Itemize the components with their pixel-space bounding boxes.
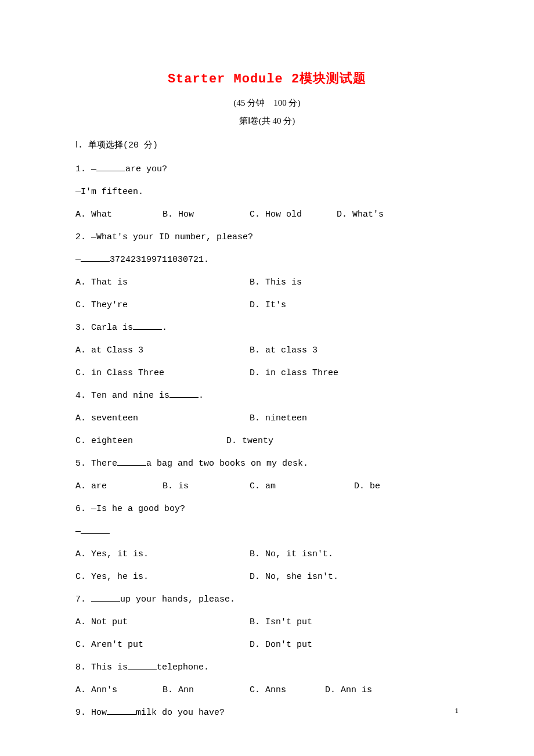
q7-option-a: A. Not put — [75, 616, 250, 628]
q5-option-d: D. be — [354, 480, 380, 492]
q3-options-row2: C. in Class Three D. in class Three — [75, 367, 459, 379]
blank — [96, 164, 125, 172]
title-english: Starter Module 2 — [168, 72, 300, 87]
section-heading: Ⅰ. 单项选择(20 分) — [75, 139, 459, 150]
q7-option-c: C. Aren't put — [75, 639, 250, 651]
q2-line2: —372423199711030721. — [75, 254, 459, 266]
blank — [117, 458, 146, 466]
q4-option-c: C. eighteen — [75, 435, 226, 447]
q2-option-b: B. This is — [250, 276, 418, 289]
document-title: Starter Module 2模块测试题 — [75, 70, 459, 87]
q2-option-a: A. That is — [75, 276, 250, 289]
q7-stem: 7. up your hands, please. — [75, 593, 459, 606]
q7-options-row1: A. Not put B. Isn't put — [75, 616, 459, 628]
q2-options-row1: A. That is B. This is — [75, 276, 459, 289]
q2-option-d: D. It's — [250, 299, 418, 311]
blank — [133, 322, 162, 330]
title-chinese: 模块测试题 — [300, 72, 366, 87]
q8-option-d: D. Ann is — [325, 684, 372, 696]
q2-options-row2: C. They're D. It's — [75, 299, 459, 311]
q6-option-b: B. No, it isn't. — [250, 548, 418, 560]
q7-option-b: B. Isn't put — [250, 616, 418, 628]
q3-option-c: C. in Class Three — [75, 367, 250, 379]
q1-option-a: A. What — [75, 208, 163, 221]
q6-options-row2: C. Yes, he is. D. No, she isn't. — [75, 571, 459, 583]
q4-options-row2: C. eighteen D. twenty — [75, 435, 459, 447]
q5-option-b: B. is — [163, 480, 250, 492]
q5-options: A. are B. is C. am D. be — [75, 480, 459, 492]
q3-option-a: A. at Class 3 — [75, 344, 250, 357]
blank — [81, 254, 110, 262]
q6-line2: — — [75, 525, 459, 538]
q1-options: A. What B. How C. How old D. What's — [75, 208, 459, 221]
q8-options: A. Ann's B. Ann C. Anns D. Ann is — [75, 684, 459, 696]
q7-options-row2: C. Aren't put D. Don't put — [75, 639, 459, 651]
q3-stem: 3. Carla is. — [75, 322, 459, 334]
q8-stem: 8. This istelephone. — [75, 661, 459, 674]
blank — [81, 526, 110, 534]
blank — [128, 662, 157, 670]
q3-option-d: D. in class Three — [250, 367, 418, 379]
document-page: Starter Module 2模块测试题 (45 分钟 100 分) 第Ⅰ卷(… — [0, 0, 534, 719]
q2-line1: 2. —What's your ID number, please? — [75, 231, 459, 243]
q4-stem: 4. Ten and nine is. — [75, 390, 459, 402]
q7-option-d: D. Don't put — [250, 639, 418, 651]
q5-stem: 5. Therea bag and two books on my desk. — [75, 458, 459, 470]
section-label: 第Ⅰ卷(共 40 分) — [75, 116, 459, 127]
q5-option-c: C. am — [250, 480, 354, 492]
q3-option-b: B. at class 3 — [250, 344, 418, 357]
q8-option-a: A. Ann's — [75, 684, 163, 696]
blank — [169, 390, 199, 398]
q8-option-c: C. Anns — [250, 684, 325, 696]
q6-line1: 6. —Is he a good boy? — [75, 503, 459, 515]
q6-option-a: A. Yes, it is. — [75, 548, 250, 560]
q1-line2: —I'm fifteen. — [75, 186, 459, 198]
subtitle-duration-score: (45 分钟 100 分) — [75, 98, 459, 109]
q5-option-a: A. are — [75, 480, 163, 492]
q4-options-row1: A. seventeen B. nineteen — [75, 412, 459, 424]
q1-option-b: B. How — [163, 208, 250, 221]
q1-option-d: D. What's — [337, 208, 384, 221]
q4-option-a: A. seventeen — [75, 412, 250, 424]
q8-option-b: B. Ann — [163, 684, 250, 696]
blank — [107, 707, 136, 715]
q3-options-row1: A. at Class 3 B. at class 3 — [75, 344, 459, 357]
blank — [91, 594, 120, 602]
q6-option-c: C. Yes, he is. — [75, 571, 250, 583]
q6-option-d: D. No, she isn't. — [250, 571, 418, 583]
q4-option-d: D. twenty — [226, 435, 395, 447]
q6-options-row1: A. Yes, it is. B. No, it isn't. — [75, 548, 459, 560]
q4-option-b: B. nineteen — [250, 412, 418, 424]
page-number: 1 — [455, 706, 459, 715]
q9-stem: 9. Howmilk do you have? — [75, 707, 459, 719]
q1-option-c: C. How old — [250, 208, 337, 221]
q1-line1: 1. —are you? — [75, 163, 459, 175]
q2-option-c: C. They're — [75, 299, 250, 311]
